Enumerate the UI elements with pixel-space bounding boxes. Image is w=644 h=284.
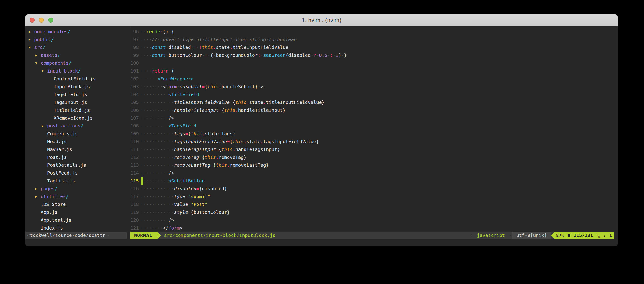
code-line[interactable]: 99····const·buttonColour·=·{·backgroundC…	[130, 51, 618, 59]
command-line[interactable]	[26, 239, 618, 246]
code-line[interactable]: 110············tagsInputFieldValue={this…	[130, 138, 618, 145]
code-line[interactable]: 105············titleInputFieldValue={thi…	[130, 98, 618, 106]
code-text: ····const·disabled·=·!this.state.titleIn…	[141, 43, 288, 51]
chevron-closed-icon[interactable]: ▸	[29, 28, 34, 35]
tree-item-label: post-actions/	[47, 122, 84, 130]
code-text: ············titleInputFieldValue={this.s…	[141, 98, 324, 106]
chevron-left-icon: ‹	[509, 232, 512, 239]
code-text: ··········/>	[141, 114, 174, 122]
tree-item-dir[interactable]: ▸utilities/	[26, 193, 130, 200]
tree-item-file[interactable]: TagsField.js	[26, 91, 130, 98]
tree-item-label: pages/	[41, 185, 57, 193]
code-text: ··render()·{	[141, 28, 174, 35]
tree-item-file[interactable]: InputBlock.js	[26, 83, 130, 91]
tree-item-dir[interactable]: ▸pages/	[26, 185, 130, 193]
tree-item-label: TagsInput.js	[54, 98, 87, 106]
code-text: ············type="submit"	[141, 193, 210, 200]
code-line[interactable]: 108··········<TagsField	[130, 122, 618, 130]
close-button[interactable]	[30, 17, 35, 23]
code-editor[interactable]: 96··render()·{97····//·convert·type·of·t…	[130, 26, 618, 232]
nerdtree-panel[interactable]: ▸node_modules/▸public/▾src/▸assets/▾comp…	[26, 26, 130, 232]
code-line[interactable]: 98····const·disabled·=·!this.state.title…	[130, 43, 618, 51]
code-line[interactable]: 117············type="submit"	[130, 193, 618, 200]
code-text: ············value="Post"	[141, 200, 208, 208]
tree-item-dir[interactable]: ▾input-block/	[26, 67, 130, 75]
line-number: 111	[130, 145, 141, 153]
code-line[interactable]: 119············style={buttonColour}	[130, 208, 618, 216]
code-line[interactable]: 96··render()·{	[130, 28, 618, 35]
tree-item-file[interactable]: PostDetails.js	[26, 161, 130, 169]
tree-item-dir[interactable]: ▸assets/	[26, 51, 130, 59]
code-line[interactable]: 104··········<TitleField	[130, 91, 618, 98]
tree-item-dir[interactable]: ▾src/	[26, 43, 130, 51]
line-number: 98	[130, 43, 141, 51]
code-line[interactable]: 103········<form·onSubmit={this.handleSu…	[130, 83, 618, 91]
code-line[interactable]: 118············value="Post"	[130, 200, 618, 208]
chevron-closed-icon[interactable]: ▸	[35, 193, 41, 200]
code-line[interactable]: 115 ·········<SubmitButton	[130, 177, 618, 185]
tree-item-label: TitleField.js	[54, 106, 90, 114]
code-line[interactable]: 100	[130, 59, 618, 67]
chevron-closed-icon[interactable]: ▸	[29, 35, 34, 43]
tree-item-dir[interactable]: ▸node_modules/	[26, 28, 130, 35]
code-line[interactable]: 107··········/>	[130, 114, 618, 122]
tree-item-file[interactable]: ContentField.js	[26, 75, 130, 83]
tree-item-file[interactable]: Post.js	[26, 153, 130, 161]
tree-item-file[interactable]: TagsInput.js	[26, 98, 130, 106]
chevron-closed-icon[interactable]: ▸	[35, 51, 41, 59]
code-text: ··········<TitleField	[141, 91, 199, 98]
tree-item-file[interactable]: index.js	[26, 224, 130, 232]
tree-item-file[interactable]: .DS_Store	[26, 200, 130, 208]
code-line[interactable]: 111············handleTagsInput={this.han…	[130, 145, 618, 153]
scroll-percent: 87%	[556, 232, 564, 239]
tree-item-label: Head.js	[47, 138, 66, 145]
tree-item-file[interactable]: Head.js	[26, 138, 130, 145]
chevron-open-icon[interactable]: ▾	[42, 67, 47, 75]
code-line[interactable]: 116············disabled={disabled}	[130, 185, 618, 193]
tree-item-label: NavBar.js	[47, 145, 72, 153]
code-text: ········</form>	[141, 224, 182, 232]
code-line[interactable]: 112············removeTag={this.removeTag…	[130, 153, 618, 161]
line-number: 101	[130, 67, 141, 75]
code-line[interactable]: 97····//·convert·type·of·titleInput·from…	[130, 35, 618, 43]
tree-item-file[interactable]: PostFeed.js	[26, 169, 130, 177]
encoding-indicator: utf-8[unix]	[512, 232, 551, 239]
nerdtree-path: <tockwell/source-code/scattr	[27, 232, 105, 239]
tree-item-file[interactable]: Comments.js	[26, 130, 130, 138]
code-text: ··········/>	[141, 169, 174, 177]
chevron-closed-icon[interactable]: ▸	[42, 122, 47, 130]
line-number: 99	[130, 51, 141, 59]
tree-item-file[interactable]: XRemoveIcon.js	[26, 114, 130, 122]
code-line[interactable]: 102······<FormWrapper>	[130, 75, 618, 83]
tree-item-file[interactable]: TitleField.js	[26, 106, 130, 114]
chevron-open-icon[interactable]: ▾	[35, 59, 41, 67]
code-line[interactable]: 101····return·(	[130, 67, 618, 75]
line-number: 118	[130, 200, 141, 208]
code-line[interactable]: 114··········/>	[130, 169, 618, 177]
code-text: ········<form·onSubmit={this.handleSubmi…	[141, 83, 263, 91]
tree-item-label: TagList.js	[47, 177, 75, 185]
chevron-open-icon[interactable]: ▾	[29, 43, 34, 51]
tree-item-file[interactable]: NavBar.js	[26, 145, 130, 153]
tree-item-dir[interactable]: ▾components/	[26, 59, 130, 67]
code-line[interactable]: 106············handleTitleInput={this.ha…	[130, 106, 618, 114]
line-number: 113	[130, 161, 141, 169]
zoom-button[interactable]	[48, 17, 53, 23]
line-number: 100	[130, 59, 141, 67]
code-line[interactable]: 121········</form>	[130, 224, 618, 232]
tree-item-file[interactable]: App.js	[26, 208, 130, 216]
tree-item-label: TagsField.js	[54, 91, 87, 98]
tree-item-file[interactable]: TagList.js	[26, 177, 130, 185]
window-title: 1. nvim . (nvim)	[302, 17, 342, 23]
titlebar[interactable]: 1. nvim . (nvim)	[26, 14, 618, 26]
minimize-button[interactable]	[39, 17, 44, 23]
code-line[interactable]: 120··········/>	[130, 216, 618, 224]
tree-item-dir[interactable]: ▸post-actions/	[26, 122, 130, 130]
code-line[interactable]: 109············tags={this.state.tags}	[130, 130, 618, 138]
code-line[interactable]: 113············removeLastTag={this.remov…	[130, 161, 618, 169]
tree-item-file[interactable]: App.test.js	[26, 216, 130, 224]
tree-item-label: InputBlock.js	[54, 83, 90, 91]
code-text: ····return·(	[141, 67, 174, 75]
chevron-closed-icon[interactable]: ▸	[35, 185, 41, 193]
tree-item-dir[interactable]: ▸public/	[26, 35, 130, 43]
